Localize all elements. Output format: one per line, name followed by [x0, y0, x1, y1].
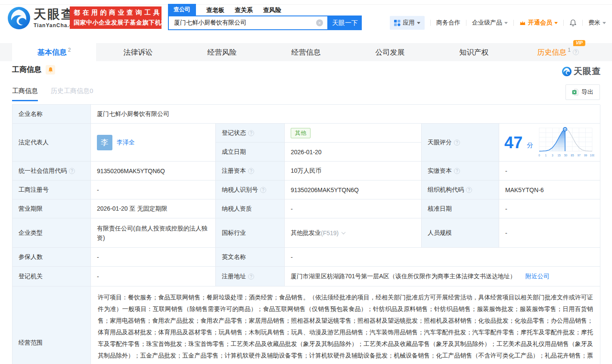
chevron-down-icon	[554, 22, 558, 26]
reg-status-label: 登记状态 ?	[216, 124, 285, 143]
svg-text:1: 1	[545, 154, 547, 157]
nav-apps[interactable]: 应用	[390, 16, 425, 30]
business-term-label: 营业期限	[12, 199, 91, 218]
help-icon[interactable]: ?	[466, 187, 472, 193]
nav-username: 费米	[588, 19, 600, 27]
nav-apps-label: 应用	[403, 19, 415, 27]
business-info-table: 企业名称 厦门七鲜小厨餐饮有限公司 法定代表人 李 李泽全 登记状态 ? 其他 …	[12, 104, 600, 364]
help-icon[interactable]: ?	[248, 130, 254, 136]
chart-grid	[539, 128, 592, 151]
tianyancha-watermark: 天眼查	[562, 65, 601, 77]
address-label: 注册地址 ?	[216, 267, 285, 286]
nav-notifications[interactable]	[569, 19, 577, 27]
tab-basic-info[interactable]: 基本信息 2	[12, 43, 96, 61]
reg-number-label: 工商注册号	[12, 180, 91, 199]
header-nav: 应用 商务合作 企业级产品 开通会员 费米	[390, 16, 606, 30]
nav-divider	[582, 20, 583, 26]
help-icon[interactable]: ?	[454, 168, 460, 174]
tab-intellectual-property[interactable]: 知识产权	[432, 43, 516, 61]
search-box: ×	[168, 16, 328, 30]
search-tab-company[interactable]: 查公司	[168, 4, 196, 16]
subtab-business-info[interactable]: 工商信息	[12, 87, 38, 101]
nav-divider	[466, 20, 466, 26]
score-value: 47 分 0 1 3 15 50	[499, 124, 600, 162]
taxpayer-quality-value: -	[285, 199, 422, 218]
nav-open-vip[interactable]: 开通会员	[519, 19, 558, 27]
nearby-companies-link[interactable]: 附近公司	[525, 273, 550, 280]
nav-open-vip-label: 开通会员	[528, 19, 552, 27]
page-top-divider	[0, 4, 612, 5]
tab-company-development[interactable]: 公司发展	[348, 43, 432, 61]
company-type-value: 有限责任公司(自然人投资或控股的法人独资)	[91, 218, 216, 248]
header-search-area: 查公司 查老板 查关系 查风险 × 天眼一下	[168, 5, 362, 30]
company-name-value: 厦门七鲜小厨餐饮有限公司	[91, 105, 600, 124]
vip-badge: VIP	[573, 40, 585, 46]
chevron-down-icon[interactable]	[342, 230, 346, 234]
excel-icon	[572, 89, 579, 96]
search-button[interactable]: 天眼一下	[328, 16, 362, 30]
legal-rep-avatar[interactable]: 李	[97, 135, 112, 150]
nav-user-menu[interactable]: 费米	[588, 19, 606, 27]
tab-operating-risk[interactable]: 经营风险	[180, 43, 264, 61]
svg-text:3: 3	[552, 154, 553, 157]
english-name-label: 英文名称	[216, 248, 285, 267]
svg-text:100: 100	[590, 154, 594, 157]
tab-history-info-count: 1	[568, 47, 571, 53]
insured-count-value: -	[91, 248, 216, 267]
tab-history-info-label: 历史信息	[537, 47, 566, 57]
nav-enterprise-products[interactable]: 企业级产品	[472, 19, 508, 27]
help-icon[interactable]: ?	[260, 187, 266, 193]
tab-legal-litigation-label: 法律诉讼	[124, 47, 153, 57]
nav-cooperation[interactable]: 商务合作	[436, 19, 460, 27]
tab-operating-info-label: 经营信息	[292, 47, 321, 57]
help-icon[interactable]: ?	[69, 168, 75, 174]
tab-operating-info[interactable]: 经营信息	[264, 43, 348, 61]
score-label: 天眼评分 ?	[422, 124, 499, 162]
search-tab-relation[interactable]: 查关系	[235, 6, 253, 16]
reg-number-value: -	[91, 180, 216, 199]
export-button[interactable]: 导出	[565, 84, 600, 100]
svg-text:97: 97	[578, 154, 581, 157]
search-tab-risk[interactable]: 查风险	[263, 6, 281, 16]
help-icon[interactable]: ?	[248, 168, 254, 174]
subtab-history-business-info[interactable]: 历史工商信息0	[51, 87, 93, 101]
search-tab-boss[interactable]: 查老板	[206, 6, 224, 16]
clear-search-icon[interactable]: ×	[316, 19, 323, 26]
company-type-label: 企业类型	[12, 218, 91, 248]
company-name-label: 企业名称	[12, 105, 91, 124]
staff-size-value: -	[499, 218, 600, 248]
chevron-down-icon	[603, 22, 606, 26]
business-term-value: 2026-01-20 至 无固定期限	[91, 199, 216, 218]
monitor-bell-button[interactable]	[46, 65, 55, 75]
score-distribution-chart[interactable]: 0 1 3 15 50 85 97 99 100	[537, 126, 594, 159]
establish-date-label: 成立日期	[216, 143, 285, 162]
slogan-line2: 国家中小企业发展子基金旗下机构	[74, 19, 158, 27]
legal-rep-name-link[interactable]: 李泽全	[117, 139, 135, 146]
industry-value: 其他批发业 (F519)	[285, 218, 422, 248]
export-label: 导出	[581, 88, 593, 96]
org-code-value: MAK5YTQN-6	[499, 180, 600, 199]
credit-code-value: 91350206MAK5YTQN6Q	[91, 162, 216, 180]
taxpayer-id-label: 纳税人识别号 ?	[216, 180, 285, 199]
status-badge: 其他	[291, 128, 311, 138]
tab-legal-litigation[interactable]: 法律诉讼	[96, 43, 180, 61]
paid-capital-label: 实缴资本 ?	[422, 162, 499, 180]
org-code-label: 组织机构代码 ?	[422, 180, 499, 199]
search-type-tabs: 查公司 查老板 查关系 查风险	[168, 5, 362, 16]
search-input[interactable]	[173, 17, 315, 29]
help-icon[interactable]: ?	[573, 49, 579, 55]
watermark-text: 天眼查	[574, 65, 601, 77]
bell-icon	[569, 19, 577, 27]
nav-divider	[513, 20, 514, 26]
nav-divider	[563, 20, 564, 26]
tab-basic-info-label: 基本信息	[37, 47, 67, 57]
reg-capital-value: 10万人民币	[285, 162, 422, 180]
help-icon[interactable]: ?	[454, 140, 460, 146]
score-unit: 分	[527, 141, 533, 149]
tab-history-info[interactable]: VIP 历史信息 1 ?	[516, 43, 600, 61]
reg-status-value: 其他	[285, 124, 422, 143]
tianyancha-logo-icon	[562, 67, 572, 76]
help-icon[interactable]: ?	[248, 274, 254, 280]
reg-capital-label: 注册资本 ?	[216, 162, 285, 180]
establish-date-value: 2026-01-20	[285, 143, 422, 162]
